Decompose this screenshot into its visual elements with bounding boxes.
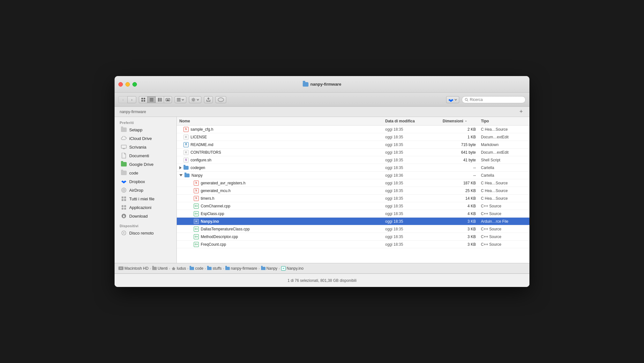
status-bar: 1 di 76 selezionati, 801,38 GB disponibi… <box>115 274 529 287</box>
table-row[interactable]: c+ ComChannel.cpp oggi 18:35 4 KB C++ So… <box>177 202 529 210</box>
sidebar-item-scrivania[interactable]: Scrivania <box>116 143 175 151</box>
sidebar-item-dropbox[interactable]: Dropbox <box>116 177 175 186</box>
group-button[interactable] <box>175 96 186 103</box>
favorites-label: Preferiti <box>115 120 176 125</box>
col-size[interactable]: Dimensioni <box>440 118 478 124</box>
file-size: -- <box>440 172 478 179</box>
path-item-hd[interactable]: Macintosh HD <box>118 266 148 271</box>
sidebar-item-airdrop[interactable]: AirDrop <box>116 186 175 194</box>
file-name-cell: h generated_mcu.h <box>177 187 383 194</box>
tag-button[interactable] <box>215 96 226 103</box>
col-name[interactable]: Nome <box>177 118 383 124</box>
airdrop-label: AirDrop <box>129 188 143 193</box>
file-type: C++ Source <box>478 203 529 209</box>
sidebar-item-google-drive[interactable]: Google Drive <box>116 160 175 168</box>
table-row[interactable]: h timers.h oggi 18:35 14 KB C Hea…Source <box>177 195 529 202</box>
path-item-ludus[interactable]: ludus <box>171 266 186 271</box>
sidebar-item-code[interactable]: code <box>116 169 175 177</box>
sidebar-item-applicazioni[interactable]: Applicazioni <box>116 203 175 212</box>
table-row[interactable]: codegen oggi 18:35 -- Cartella <box>177 164 529 172</box>
file-icon-ino: ∞ <box>194 219 199 224</box>
sidebar-item-setapp[interactable]: Setapp <box>116 126 175 134</box>
table-row[interactable]: $ configure.sh oggi 18:35 41 byte Shell … <box>177 156 529 164</box>
devices-label: Dispositivi <box>115 223 176 228</box>
sidebar-item-documenti[interactable]: Documenti <box>116 151 175 160</box>
ino-icon: ∞ <box>281 266 286 271</box>
close-button[interactable] <box>118 82 123 87</box>
file-modified: oggi 18:35 <box>383 203 440 209</box>
nav-group: ‹ › <box>118 96 136 103</box>
table-row[interactable]: c+ DallasTemperatureClass.cpp oggi 18:35… <box>177 225 529 233</box>
add-button[interactable]: + <box>518 109 524 115</box>
table-row[interactable]: h sample_cfg.h oggi 18:35 2 KB C Hea…Sou… <box>177 126 529 133</box>
view-icon-button[interactable] <box>139 96 147 103</box>
back-button[interactable]: ‹ <box>118 96 127 103</box>
file-icon-md: M <box>183 142 189 147</box>
svg-line-22 <box>192 101 193 101</box>
triangle-closed-icon[interactable] <box>179 166 182 169</box>
path-item-nanpy-firmware[interactable]: nanpy-firmware <box>225 266 257 271</box>
gear-icon <box>191 97 196 102</box>
share-icon <box>206 97 211 102</box>
view-cover-button[interactable] <box>164 96 172 103</box>
file-icon-cpp: c+ <box>194 234 199 239</box>
path-item-nanpy-ino[interactable]: ∞ Nanpy.ino <box>281 266 303 271</box>
path-item-utenti[interactable]: Utenti <box>152 266 168 271</box>
triangle-open-icon[interactable] <box>179 174 183 176</box>
svg-point-24 <box>218 98 224 102</box>
share-button[interactable] <box>204 96 213 103</box>
titlebar: nanpy-firmware <box>115 76 529 93</box>
sidebar-item-icloud[interactable]: iCloud Drive <box>116 134 175 143</box>
path-item-stuffs[interactable]: stuffs <box>207 266 221 271</box>
action-button[interactable] <box>189 96 201 103</box>
minimize-button[interactable] <box>125 82 130 87</box>
col-modified[interactable]: Data di modifica <box>383 118 440 124</box>
path-sep-7: › <box>279 266 280 270</box>
search-box[interactable] <box>462 96 526 103</box>
table-row[interactable]: c+ FreqCount.cpp oggi 18:35 3 KB C++ Sou… <box>177 241 529 248</box>
svg-rect-7 <box>158 98 159 102</box>
col-type: Tipo <box>478 118 529 124</box>
file-name: codegen <box>191 166 205 170</box>
sidebar-item-tutti-file[interactable]: Tutti i miei file <box>116 195 175 203</box>
file-type: C Hea…Source <box>478 188 529 194</box>
path-item-nanpy[interactable]: Nanpy <box>261 266 278 271</box>
dropbox-button[interactable] <box>446 96 459 103</box>
file-name: EspClass.cpp <box>201 212 224 216</box>
path-sep-6: › <box>258 266 260 270</box>
table-row[interactable]: ∞ Nanpy.ino oggi 18:35 3 KB Arduin…rce F… <box>177 218 529 225</box>
table-row[interactable]: Nanpy oggi 18:36 -- Cartella <box>177 172 529 179</box>
file-name: CONTRIBUTORS <box>191 150 221 155</box>
view-column-button[interactable] <box>155 96 164 103</box>
table-row[interactable]: M README.md oggi 18:35 715 byte Markdown <box>177 141 529 149</box>
svg-point-15 <box>193 99 194 100</box>
table-row[interactable]: c+ EspClass.cpp oggi 18:35 4 KB C++ Sour… <box>177 210 529 218</box>
table-row[interactable]: h generated_avr_registers.h oggi 18:35 1… <box>177 179 529 187</box>
table-row[interactable]: ≡ CONTRIBUTORS oggi 18:35 641 byte Docum… <box>177 149 529 156</box>
file-name: generated_avr_registers.h <box>201 181 245 185</box>
table-row[interactable]: h generated_mcu.h oggi 18:35 25 KB C Hea… <box>177 187 529 195</box>
table-row[interactable]: ≡ LICENSE oggi 18:35 1 KB Docum…extEdit <box>177 133 529 141</box>
download-icon <box>121 213 127 219</box>
file-icon-cpp: c+ <box>194 204 199 209</box>
maximize-button[interactable] <box>132 82 137 87</box>
path-status-area: Macintosh HD › Utenti › ludus › code › <box>115 263 529 287</box>
file-type: Docum…extEdit <box>478 134 529 140</box>
window-title: nanpy-firmware <box>311 82 341 87</box>
forward-button[interactable]: › <box>127 96 136 103</box>
search-input[interactable] <box>470 97 521 102</box>
view-list-button[interactable] <box>147 96 155 103</box>
sidebar-item-download[interactable]: Download <box>116 212 175 220</box>
path-item-code[interactable]: code <box>190 266 203 271</box>
dropbox-chevron-icon <box>454 98 457 101</box>
sidebar-item-disco-remoto[interactable]: Disco remoto <box>116 229 175 237</box>
file-size: 4 KB <box>440 203 478 209</box>
file-type: Cartella <box>478 165 529 171</box>
path-sep-2: › <box>169 266 170 270</box>
table-row[interactable]: c+ MethodDescriptor.cpp oggi 18:35 3 KB … <box>177 233 529 241</box>
file-size: 3 KB <box>440 226 478 232</box>
file-modified: oggi 18:35 <box>383 234 440 240</box>
file-name-cell: h sample_cfg.h <box>177 126 383 133</box>
code-icon <box>121 170 127 176</box>
file-icon-cpp: c+ <box>194 242 199 247</box>
